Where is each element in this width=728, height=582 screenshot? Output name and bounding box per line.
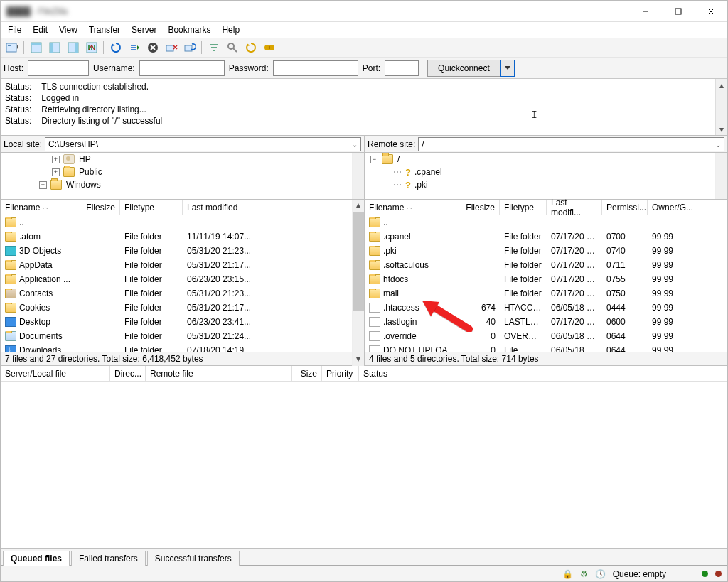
tab-successful[interactable]: Successful transfers bbox=[147, 551, 240, 566]
tree-item[interactable]: .cpanel bbox=[414, 167, 442, 177]
menu-edit[interactable]: Edit bbox=[27, 23, 53, 36]
list-item[interactable]: Downloads File folder 07/18/20 14:19... bbox=[1, 343, 364, 352]
folder-icon bbox=[369, 232, 380, 242]
list-item[interactable]: Desktop File folder 06/23/20 23:41... bbox=[1, 315, 364, 329]
toggle-log-button[interactable] bbox=[28, 40, 45, 55]
tree-item[interactable]: / bbox=[397, 154, 400, 164]
minimize-button[interactable] bbox=[629, 1, 662, 22]
file-icon bbox=[369, 345, 380, 352]
port-input[interactable] bbox=[385, 60, 419, 76]
host-input[interactable] bbox=[28, 60, 89, 76]
col-filesize[interactable]: Filesize bbox=[461, 200, 500, 215]
menu-view[interactable]: View bbox=[53, 23, 83, 36]
quickconnect-button[interactable]: Quickconnect bbox=[427, 60, 500, 77]
tree-item[interactable]: .pki bbox=[414, 180, 428, 190]
col-size[interactable]: Size bbox=[292, 366, 322, 381]
list-item[interactable]: 3D Objects File folder 05/31/20 21:23... bbox=[1, 244, 364, 258]
list-item[interactable]: Cookies File folder 05/31/20 21:17... bbox=[1, 301, 364, 315]
close-button[interactable] bbox=[695, 1, 727, 22]
col-modified[interactable]: Last modified bbox=[183, 200, 364, 215]
remote-list-header[interactable]: Filename︿ Filesize Filetype Last modifi.… bbox=[365, 200, 727, 215]
menu-server[interactable]: Server bbox=[126, 23, 162, 36]
list-item[interactable]: Documents File folder 05/31/20 21:24... bbox=[1, 329, 364, 343]
col-permissions[interactable]: Permissi... bbox=[602, 200, 648, 215]
queue-body[interactable] bbox=[1, 382, 727, 549]
col-filetype[interactable]: Filetype bbox=[500, 200, 547, 215]
list-item[interactable]: AppData File folder 05/31/20 21:17... bbox=[1, 258, 364, 272]
col-priority[interactable]: Priority bbox=[322, 366, 359, 381]
list-scrollbar[interactable]: ▴▾ bbox=[352, 200, 364, 366]
tree-item[interactable]: Public bbox=[79, 167, 102, 177]
local-tree[interactable]: +HP +Public +Windows bbox=[1, 153, 365, 200]
file-icon bbox=[369, 317, 380, 327]
filter-button[interactable] bbox=[205, 40, 223, 55]
disconnect-button[interactable] bbox=[163, 40, 180, 55]
menu-bookmarks[interactable]: Bookmarks bbox=[162, 23, 216, 36]
local-site-input[interactable]: C:\Users\HP\ ⌄ bbox=[45, 137, 361, 151]
col-filename[interactable]: Filename︿ bbox=[1, 200, 80, 215]
list-item[interactable]: .. bbox=[1, 215, 364, 230]
menu-help[interactable]: Help bbox=[216, 23, 245, 36]
local-list-header[interactable]: Filename︿ Filesize Filetype Last modifie… bbox=[1, 200, 364, 215]
refresh-button[interactable] bbox=[107, 40, 124, 55]
list-item[interactable]: .override 0 OVERRI... 06/05/18 2... 0644… bbox=[365, 329, 727, 343]
cancel-button[interactable] bbox=[144, 40, 161, 55]
remote-site-input[interactable]: / ⌄ bbox=[418, 137, 724, 151]
scroll-down-icon[interactable]: ▾ bbox=[716, 123, 727, 135]
menu-transfer[interactable]: Transfer bbox=[83, 23, 126, 36]
tree-scrollbar[interactable] bbox=[352, 153, 364, 199]
col-owner[interactable]: Owner/G... bbox=[648, 200, 727, 215]
dropdown-icon[interactable]: ⌄ bbox=[352, 141, 358, 149]
expand-icon[interactable]: + bbox=[39, 181, 47, 189]
toggle-local-tree-button[interactable] bbox=[46, 40, 63, 55]
tree-item[interactable]: Windows bbox=[66, 180, 101, 190]
toggle-queue-button[interactable] bbox=[83, 40, 100, 55]
password-input[interactable] bbox=[273, 60, 358, 76]
list-item[interactable]: Contacts File folder 05/31/20 21:23... bbox=[1, 286, 364, 301]
search-button[interactable] bbox=[224, 40, 241, 55]
log-scrollbar[interactable]: ▴ ▾ bbox=[715, 79, 727, 135]
scroll-up-icon[interactable]: ▴ bbox=[716, 79, 727, 91]
gear-icon[interactable]: ⚙ bbox=[580, 569, 588, 579]
list-item[interactable]: Application ... File folder 06/23/20 23:… bbox=[1, 272, 364, 286]
sitemanager-button[interactable] bbox=[4, 40, 21, 55]
list-item[interactable]: .htaccess 674 HTACCE... 06/05/18 2... 04… bbox=[365, 301, 727, 315]
col-direction[interactable]: Direc... bbox=[110, 366, 146, 381]
queue-header[interactable]: Server/Local file Direc... Remote file S… bbox=[1, 366, 727, 382]
list-item[interactable]: htdocs File folder 07/17/20 2... 0755 99… bbox=[365, 272, 727, 286]
list-item[interactable]: .cpanel File folder 07/17/20 2... 0700 9… bbox=[365, 230, 727, 244]
remote-tree[interactable]: −/ ⋯?.cpanel ⋯?.pki bbox=[365, 153, 727, 200]
collapse-icon[interactable]: − bbox=[370, 156, 378, 163]
quickconnect-dropdown[interactable] bbox=[500, 60, 515, 77]
reconnect-button[interactable] bbox=[181, 40, 198, 55]
menu-file[interactable]: File bbox=[2, 23, 27, 36]
sync-browse-button[interactable] bbox=[242, 40, 259, 55]
expand-icon[interactable]: + bbox=[52, 168, 60, 176]
list-item[interactable]: .. bbox=[365, 215, 727, 230]
maximize-button[interactable] bbox=[662, 1, 695, 22]
list-item[interactable]: mail File folder 07/17/20 2... 0750 99 9… bbox=[365, 286, 727, 301]
dropdown-icon[interactable]: ⌄ bbox=[715, 141, 721, 149]
message-log[interactable]: Status:TLS connection established.Status… bbox=[1, 79, 727, 136]
list-item[interactable]: DO NOT UPLOA... 0 File 06/05/18 2... 064… bbox=[365, 343, 727, 352]
col-server-file[interactable]: Server/Local file bbox=[1, 366, 110, 381]
tree-item[interactable]: HP bbox=[79, 154, 91, 164]
col-remote-file[interactable]: Remote file bbox=[146, 366, 292, 381]
process-queue-button[interactable] bbox=[126, 40, 143, 55]
username-input[interactable] bbox=[139, 60, 225, 76]
list-item[interactable]: .pki File folder 07/17/20 2... 0740 99 9… bbox=[365, 244, 727, 258]
toggle-remote-tree-button[interactable] bbox=[65, 40, 82, 55]
compare-button[interactable] bbox=[261, 40, 278, 55]
list-item[interactable]: .lastlogin 40 LASTLO... 07/17/20 2... 06… bbox=[365, 315, 727, 329]
tab-failed[interactable]: Failed transfers bbox=[71, 551, 146, 566]
col-status[interactable]: Status bbox=[359, 366, 727, 381]
list-item[interactable]: .atom File folder 11/11/19 14:07... bbox=[1, 230, 364, 244]
tree-scrollbar[interactable] bbox=[715, 153, 727, 199]
tab-queued[interactable]: Queued files bbox=[3, 551, 70, 566]
col-filetype[interactable]: Filetype bbox=[120, 200, 183, 215]
col-modified[interactable]: Last modifi... bbox=[547, 200, 602, 215]
col-filename[interactable]: Filename︿ bbox=[365, 200, 461, 215]
expand-icon[interactable]: + bbox=[52, 156, 60, 163]
col-filesize[interactable]: Filesize bbox=[80, 200, 120, 215]
list-item[interactable]: .softaculous File folder 07/17/20 2... 0… bbox=[365, 258, 727, 272]
